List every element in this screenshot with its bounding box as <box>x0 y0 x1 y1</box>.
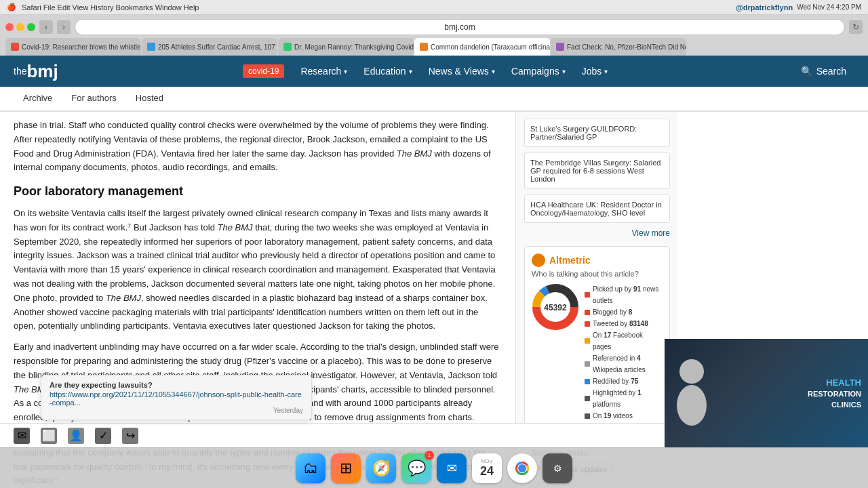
dock: 🗂 ⊞ 🧭 💬 1 ✉ NOV 24 ⚙ <box>0 447 868 488</box>
forward-icon[interactable]: ↪ <box>122 428 138 444</box>
url-text: bmj.com <box>444 22 475 32</box>
dock-finder[interactable]: 🗂 <box>296 453 326 483</box>
dock-messages[interactable]: 💬 1 <box>401 453 431 483</box>
dock-control-center[interactable]: ⚙ <box>542 453 572 483</box>
logo-bmj: bmj <box>26 61 58 82</box>
back-button[interactable]: ‹ <box>39 20 53 34</box>
traffic-lights <box>5 23 35 31</box>
nav-research[interactable]: Research ▾ <box>292 56 355 87</box>
nav-education[interactable]: Education ▾ <box>355 56 420 87</box>
fullscreen-button[interactable] <box>27 23 35 31</box>
messages-badge: 1 <box>425 451 434 460</box>
job-listing-3[interactable]: HCA Healthcare UK: Resident Doctor in On… <box>524 195 670 223</box>
dock-launchpad[interactable]: ⊞ <box>331 453 361 483</box>
video-placeholder: HEALTH RESTORATION CLINICS <box>665 339 868 447</box>
apple-menu[interactable]: 🍎 <box>7 3 16 12</box>
minimize-button[interactable] <box>16 23 24 31</box>
browser-tab-5[interactable]: Fact Check: No, Pfizer-BioNTech Did Not … <box>551 38 686 56</box>
username-label: @drpatrickflynn <box>736 3 793 12</box>
logo-the: the <box>14 66 26 77</box>
covid-pill: covid-19 <box>243 64 284 78</box>
os-status: @drpatrickflynn Wed Nov 24 4:20 PM <box>736 3 861 12</box>
chevron-down-icon: ▾ <box>604 68 608 75</box>
browser-chrome: ‹ › bmj.com ↻ Covid-19: Researcher blows… <box>0 15 868 56</box>
view-more-jobs-link[interactable]: View more <box>524 228 670 238</box>
mail-icon[interactable]: ✉ <box>14 428 30 444</box>
site-header: thebmj covid-19 Research ▾ Education ▾ N… <box>0 56 868 112</box>
person-silhouette <box>671 358 712 426</box>
os-menu-items: Safari File Edit View History Bookmarks … <box>22 3 199 12</box>
dock-calendar[interactable]: NOV 24 <box>472 453 502 483</box>
tab-icon[interactable]: ⬜ <box>41 428 57 444</box>
bookmark-icon[interactable]: ✓ <box>95 428 111 444</box>
browser-tab-2[interactable]: 205 Athletes Suffer Cardiac Arrest, 107 … <box>142 38 277 56</box>
altmetric-donut-chart: 45392 <box>532 283 579 331</box>
header-sub: Archive For authors Hosted <box>0 87 868 111</box>
browser-tab-1[interactable]: Covid-19: Researcher blows the whistle o… <box>5 38 141 56</box>
svg-point-6 <box>679 359 704 384</box>
job-listing-1[interactable]: St Luke's Surgery GUILDFORD: Partner/Sal… <box>524 119 670 147</box>
notification-url[interactable]: https://www.npr.org/2021/11/12/105534466… <box>50 390 303 407</box>
nav-covid[interactable]: covid-19 <box>235 56 292 87</box>
chrome-icon <box>509 455 536 482</box>
search-button[interactable]: 🔍 Search <box>793 56 854 87</box>
datetime-label: Wed Nov 24 4:20 PM <box>797 3 861 11</box>
chevron-down-icon: ▾ <box>492 68 495 75</box>
search-icon: 🔍 <box>801 66 812 77</box>
dock-chrome[interactable] <box>507 453 537 483</box>
article-para1: On its website Ventavia calls itself the… <box>14 207 502 333</box>
svg-point-7 <box>677 385 707 426</box>
notification-question: Are they expecting lawsuits? <box>50 381 303 389</box>
nav-campaigns[interactable]: Campaigns ▾ <box>503 56 574 87</box>
tab-archive[interactable]: Archive <box>14 87 62 110</box>
notification-overlay: Are they expecting lawsuits? https://www… <box>41 375 312 420</box>
browser-tab-3[interactable]: Dr. Megan Rannoy: Thanksgiving Covid tip… <box>278 38 414 56</box>
svg-text:45392: 45392 <box>544 303 567 312</box>
dock-safari[interactable]: 🧭 <box>366 453 396 483</box>
job-listing-2[interactable]: The Pembridge Villas Surgery: Salaried G… <box>524 152 670 189</box>
chevron-down-icon: ▾ <box>344 68 347 75</box>
address-bar[interactable]: bmj.com <box>75 19 845 35</box>
svg-point-11 <box>518 464 526 472</box>
section-heading: Poor laboratory management <box>14 182 502 201</box>
tab-hosted[interactable]: Hosted <box>126 87 173 110</box>
video-text: HEALTH RESTORATION CLINICS <box>808 377 861 410</box>
header-top: thebmj covid-19 Research ▾ Education ▾ N… <box>0 56 868 87</box>
os-bar: 🍎 Safari File Edit View History Bookmark… <box>0 0 868 15</box>
share-icon[interactable]: 👤 <box>68 428 84 444</box>
nav-jobs[interactable]: Jobs ▾ <box>574 56 616 87</box>
browser-tabs: Covid-19: Researcher blows the whistle o… <box>5 38 863 56</box>
browser-tab-4[interactable]: Common dandelion (Taraxacum officinale) … <box>414 38 550 56</box>
altmetric-stats: Picked up by 91 news outlets Blogged by … <box>585 283 663 445</box>
forward-button[interactable]: › <box>57 20 71 34</box>
header-nav: covid-19 Research ▾ Education ▾ News & V… <box>235 56 616 87</box>
video-overlay: HEALTH RESTORATION CLINICS <box>665 339 868 447</box>
altmetric-subtitle: Who is talking about this article? <box>532 270 663 278</box>
tab-for-authors[interactable]: For authors <box>62 87 125 110</box>
reload-button[interactable]: ↻ <box>849 20 863 34</box>
os-menu: 🍎 Safari File Edit View History Bookmark… <box>7 3 199 12</box>
altmetric-body: 45392 Picked up by 91 news outlets Blogg… <box>532 283 663 445</box>
close-button[interactable] <box>5 23 14 31</box>
bmj-logo[interactable]: thebmj <box>14 61 58 82</box>
dock-outlook[interactable]: ✉ <box>437 453 467 483</box>
chevron-down-icon: ▾ <box>409 68 412 75</box>
altmetric-icon <box>532 253 545 267</box>
article-intro: phase in trial. Staff who conducted qual… <box>14 119 502 175</box>
nav-news-views[interactable]: News & Views ▾ <box>420 56 503 87</box>
altmetric-header: Altmetric <box>532 253 663 267</box>
notification-date: Yesterday <box>50 407 303 414</box>
chevron-down-icon: ▾ <box>562 68 566 75</box>
browser-toolbar: ‹ › bmj.com ↻ <box>5 19 863 35</box>
